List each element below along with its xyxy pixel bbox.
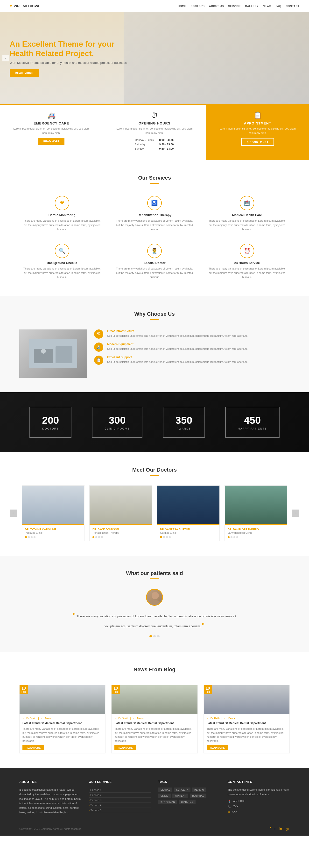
phone-icon: 📞 xyxy=(228,805,231,808)
blog-meta-2: ✎ Dr. Faith | 🏷 Dental xyxy=(207,717,286,720)
nav-contact[interactable]: Contact xyxy=(286,5,299,7)
testimonial-avatar xyxy=(146,589,163,606)
stat-clinic-rooms: 300 CLINIC ROOMS xyxy=(92,407,142,438)
doctor-photo-3 xyxy=(225,486,287,524)
why-feature-1: 🔬 Modern Equipment Sed ut perspiciatis u… xyxy=(94,342,290,352)
stat-label-clinic: CLINIC ROOMS xyxy=(105,427,130,430)
dot xyxy=(25,536,27,538)
footer-service-link-4[interactable]: Service 5 xyxy=(89,808,151,813)
footer-tag-3[interactable]: CLINIC xyxy=(158,794,171,798)
site-logo[interactable]: ♥ WPF MEDIOVA xyxy=(10,3,39,8)
blog-image-1: 10 Feb xyxy=(111,685,197,714)
footer-grid: About Us It is a long established fact t… xyxy=(19,780,290,815)
stat-number-clinic: 300 xyxy=(105,414,130,426)
appointment-button[interactable]: APPOINTMENT xyxy=(241,138,274,146)
blog-readmore-0[interactable]: READ MORE xyxy=(23,745,44,750)
service-icon-3: 🔍 xyxy=(55,244,69,258)
nav-faq[interactable]: FAQ xyxy=(275,5,281,7)
doctor-photo-inner-3 xyxy=(225,486,287,524)
hero-subtext: WpF Mediova Theme suitable for any healt… xyxy=(10,61,135,65)
doctors-next-arrow[interactable]: › xyxy=(292,509,299,517)
stat-number-awards: 350 xyxy=(175,414,193,426)
footer-about-text: It is a long established fact that a rea… xyxy=(19,787,81,814)
nav-news[interactable]: News xyxy=(263,5,271,7)
social-linkedin[interactable]: in xyxy=(279,827,282,831)
dot xyxy=(101,536,103,538)
social-twitter[interactable]: t xyxy=(274,827,275,831)
footer-bottom: Copyright © 2020 Company name All rights… xyxy=(19,823,290,831)
doctor-dots-2 xyxy=(160,536,216,538)
why-feature-content-2: Excellent Support Sed ut perspiciatis un… xyxy=(107,355,247,364)
testimonial-body: There are many variations of passages of… xyxy=(76,615,236,628)
why-feature-heading-1: Modern Equipment xyxy=(107,342,247,346)
why-feature-icon-1: 🔬 xyxy=(94,342,103,352)
blog-separator-0: | xyxy=(38,717,39,720)
why-feature-2: 📋 Excellent Support Sed ut perspiciatis … xyxy=(94,355,290,365)
why-choose-section: Why Choose Us 🏗 Great Infrastructure Sed… xyxy=(0,296,309,392)
footer-tag-4[interactable]: #PATIENT xyxy=(172,794,188,798)
footer-service-link-3[interactable]: Service 4 xyxy=(89,803,151,808)
dot xyxy=(234,536,235,538)
blog-readmore-2[interactable]: READ MORE xyxy=(207,745,228,750)
footer-service-link-2[interactable]: Service 3 xyxy=(89,798,151,803)
hero-prev-arrow[interactable]: ‹ xyxy=(2,55,9,61)
blog-card-0: 10 Feb ✎ Dr. Smith | 🏷 Dental Latest Tre… xyxy=(19,685,105,753)
social-google[interactable]: g+ xyxy=(286,827,290,831)
doctor-dots-1 xyxy=(93,536,149,538)
contact-email: XXX xyxy=(232,810,237,813)
nav-gallery[interactable]: Gallery xyxy=(245,5,259,7)
blog-image-0: 10 Feb xyxy=(20,685,105,714)
footer-about-title: About Us xyxy=(19,780,81,784)
nav-service[interactable]: Service xyxy=(228,5,241,7)
hero-heading-accent: Excellent Theme xyxy=(22,40,83,48)
doctor-name-3: DR. DAVID GREENBERG xyxy=(228,528,284,531)
footer-tag-5[interactable]: HOSPITAL xyxy=(190,794,206,798)
appointment-icon: 📋 xyxy=(213,112,302,119)
nav-home[interactable]: Home xyxy=(178,5,186,7)
why-feature-heading-0: Great Infrastructure xyxy=(107,330,247,333)
dot xyxy=(231,536,233,538)
doctor-photo-2 xyxy=(157,486,219,524)
testimonials-title: What our patients said xyxy=(29,570,280,577)
appointment-text: Lorem ipsum dolor sit amet, consectetur … xyxy=(213,127,302,135)
footer-contact-details: 📍 ABC XXX 📞 XXX ✉ XXX xyxy=(228,800,290,814)
emergency-block: 🚑 EMERGENCY CARE Lorem ipsum dolor sit a… xyxy=(0,105,103,160)
hero-cta-button[interactable]: READ MORE xyxy=(10,69,39,76)
doctors-prev-arrow[interactable]: ‹ xyxy=(10,509,17,517)
why-grid: 🏗 Great Infrastructure Sed ut perspiciat… xyxy=(19,330,290,378)
doctor-card-3: DR. DAVID GREENBERG Laryngological Clini… xyxy=(225,485,287,541)
stat-number-doctors: 200 xyxy=(42,414,59,426)
hours-value: 9:30 - 13:00 xyxy=(157,147,177,151)
footer-service-link-1[interactable]: Service 2 xyxy=(89,793,151,798)
footer-tag-0[interactable]: DENTAL xyxy=(158,787,172,792)
social-facebook[interactable]: f xyxy=(270,827,271,831)
blog-readmore-1[interactable]: READ MORE xyxy=(114,745,136,750)
footer-service-link-0[interactable]: Service 1 xyxy=(89,787,151,793)
blog-title: News From Blog xyxy=(19,666,290,673)
t-dot-1[interactable] xyxy=(153,635,156,638)
service-icon-2: 🏥 xyxy=(240,196,254,210)
footer-tag-6[interactable]: #PHYSICIAN xyxy=(158,800,177,804)
t-dot-2[interactable] xyxy=(157,635,160,638)
footer-tag-1[interactable]: SURGERY xyxy=(174,787,191,792)
dot xyxy=(236,536,238,538)
emergency-readmore-button[interactable]: READ MORE xyxy=(38,138,64,145)
footer-copyright: Copyright © 2020 Company name All rights… xyxy=(19,827,82,830)
why-feature-0: 🏗 Great Infrastructure Sed ut perspiciat… xyxy=(94,330,290,339)
why-divider xyxy=(150,319,159,320)
footer-bottom-wrapper: Copyright © 2020 Company name All rights… xyxy=(19,827,290,831)
blog-meta-1: ✎ Dr. Smith | 🏷 Dental xyxy=(114,717,194,720)
contact-phone: XXX xyxy=(233,805,239,808)
doctor-info-3: DR. DAVID GREENBERG Laryngological Clini… xyxy=(225,524,287,541)
nav-doctors[interactable]: Doctors xyxy=(191,5,204,7)
footer-tag-2[interactable]: HEALTH xyxy=(192,787,206,792)
nav-about[interactable]: About Us xyxy=(209,5,224,7)
service-desc-1: There are many variations of passages of… xyxy=(114,219,195,231)
why-feature-text-1: Sed ut perspiciatis unde omnis iste natu… xyxy=(107,347,247,351)
why-image xyxy=(19,330,87,378)
blog-author-1: Dr. Smith xyxy=(118,717,128,720)
footer-tag-7[interactable]: DIABETES xyxy=(179,800,195,804)
doctor-info-1: DR. JACK JOHNSON Rehabilitation Therapy xyxy=(90,524,152,541)
t-dot-0[interactable] xyxy=(149,635,152,638)
blog-title-0: Latest Trend Of Medical Dental Departmen… xyxy=(23,721,102,725)
